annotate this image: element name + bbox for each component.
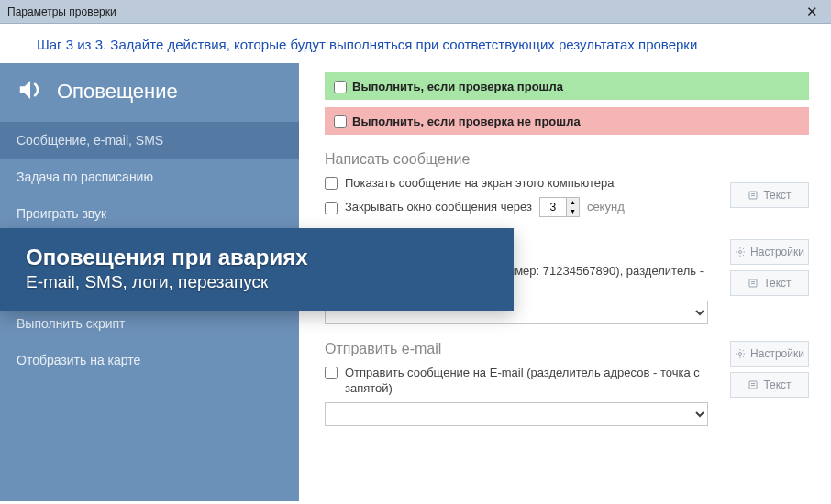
message-text-button[interactable]: Текст bbox=[730, 182, 809, 208]
email-checkbox[interactable] bbox=[325, 367, 338, 379]
seconds-unit: секунд bbox=[587, 200, 625, 214]
section-message: Написать сообщение Показать сообщение на… bbox=[325, 151, 809, 223]
email-text-button[interactable]: Текст bbox=[730, 372, 809, 398]
sidebar-item-map[interactable]: Отобразить на карте bbox=[0, 342, 299, 378]
show-message-label: Показать сообщение на экран этого компью… bbox=[345, 175, 708, 192]
content: Выполнить, если проверка прошла Выполнит… bbox=[299, 63, 831, 501]
svg-point-3 bbox=[739, 352, 742, 355]
settings-button-label: Настройки bbox=[750, 246, 804, 258]
window-title: Параметры проверки bbox=[7, 5, 798, 18]
text-button-label-3: Текст bbox=[763, 378, 791, 391]
seconds-input[interactable] bbox=[540, 198, 566, 216]
sidebar-header: Оповещение bbox=[0, 63, 299, 122]
sidebar-title: Оповещение bbox=[57, 80, 178, 104]
sms-checkbox[interactable] bbox=[325, 265, 338, 278]
settings-button-label-2: Настройки bbox=[750, 347, 804, 360]
close-after-checkbox[interactable] bbox=[325, 202, 338, 214]
seconds-down[interactable]: ▼ bbox=[567, 207, 579, 216]
execute-on-pass-checkbox[interactable] bbox=[334, 81, 347, 93]
section-sms: Отправить SMS Отправить SMS на номер (пр… bbox=[325, 239, 809, 324]
sidebar-item-restart[interactable]: Перезапустить службу, компьютер bbox=[0, 268, 299, 305]
sidebar-item-sound[interactable]: Проиграть звук bbox=[0, 195, 299, 232]
sidebar-item-log[interactable]: Записать в журнал, Eventlog, Syslog bbox=[0, 232, 299, 268]
email-address-select[interactable] bbox=[325, 402, 708, 426]
row-close-after: Закрывать окно сообщения через ▲ ▼ секун… bbox=[325, 197, 708, 217]
seconds-stepper[interactable]: ▲ ▼ bbox=[539, 197, 580, 217]
close-after-label: Закрывать окно сообщения через bbox=[345, 199, 532, 215]
execute-on-fail[interactable]: Выполнить, если проверка не прошла bbox=[325, 107, 809, 135]
seconds-up[interactable]: ▲ bbox=[567, 198, 579, 207]
execute-on-pass[interactable]: Выполнить, если проверка прошла bbox=[325, 72, 809, 100]
sidebar-item-script[interactable]: Выполнить скрипт bbox=[0, 305, 299, 342]
sms-text-button[interactable]: Текст bbox=[730, 270, 809, 296]
email-label: Отправить сообщение на E-mail (разделите… bbox=[345, 365, 708, 397]
row-email: Отправить сообщение на E-mail (разделите… bbox=[325, 365, 708, 397]
sidebar-item-message[interactable]: Сообщение, e-mail, SMS bbox=[0, 122, 299, 159]
sms-number-select[interactable] bbox=[325, 301, 708, 324]
row-show-message: Показать сообщение на экран этого компью… bbox=[325, 175, 708, 192]
row-sms: Отправить SMS на номер (пример: 71234567… bbox=[325, 263, 708, 295]
titlebar: Параметры проверки ✕ bbox=[0, 0, 831, 24]
section-sms-heading: Отправить SMS bbox=[325, 239, 708, 256]
section-message-heading: Написать сообщение bbox=[325, 151, 708, 168]
text-button-label: Текст bbox=[763, 189, 791, 202]
email-settings-button[interactable]: Настройки bbox=[730, 341, 809, 367]
section-email-heading: Отправить e-mail bbox=[325, 341, 708, 357]
execute-on-pass-label: Выполнить, если проверка прошла bbox=[352, 80, 563, 93]
execute-on-fail-label: Выполнить, если проверка не прошла bbox=[352, 115, 581, 128]
sidebar: Оповещение Сообщение, e-mail, SMS Задача… bbox=[0, 63, 299, 501]
sms-settings-button[interactable]: Настройки bbox=[730, 239, 809, 265]
close-icon[interactable]: ✕ bbox=[798, 4, 825, 20]
sms-label: Отправить SMS на номер (пример: 71234567… bbox=[345, 263, 708, 295]
execute-on-fail-checkbox[interactable] bbox=[334, 115, 347, 128]
step-header: Шаг 3 из 3. Задайте действия, которые бу… bbox=[0, 24, 831, 63]
sidebar-item-schedule[interactable]: Задача по расписанию bbox=[0, 159, 299, 195]
show-message-checkbox[interactable] bbox=[325, 177, 338, 190]
section-email: Отправить e-mail Отправить сообщение на … bbox=[325, 341, 809, 426]
text-button-label-2: Текст bbox=[763, 277, 791, 290]
svg-point-1 bbox=[739, 250, 742, 253]
speaker-icon bbox=[17, 76, 44, 107]
